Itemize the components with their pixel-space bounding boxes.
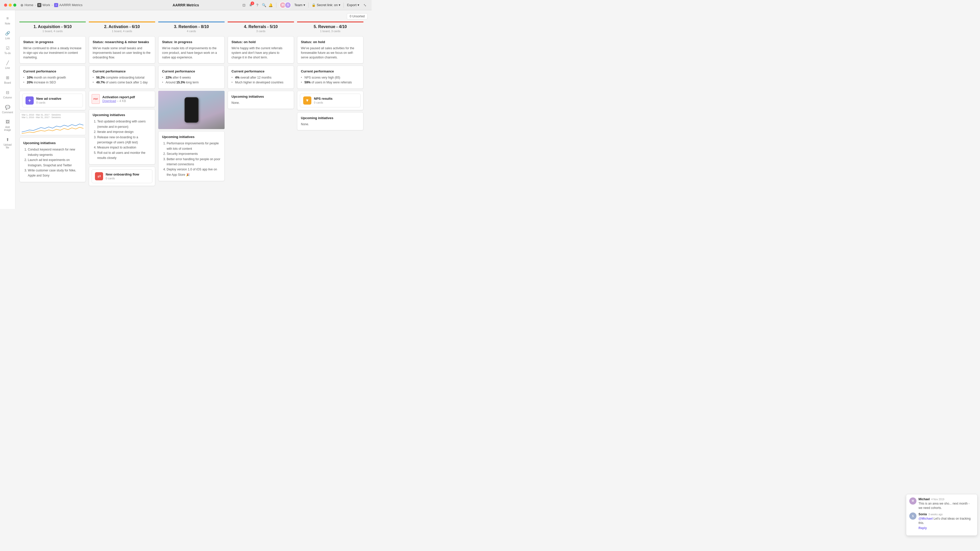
sidebar-item-line[interactable]: ╱ Line: [1, 58, 14, 71]
list-item: Measure impact to activation: [97, 145, 151, 150]
activation-onboarding-card[interactable]: ⇄ New onboarding flow 0 cards: [89, 167, 155, 186]
export-button[interactable]: Export ▾: [347, 3, 360, 7]
column-header-activation: 2. Activation - 6/10 1 board, 4 cards: [89, 21, 155, 34]
expand-icon[interactable]: ⤡: [363, 3, 368, 8]
team-button[interactable]: Team ▾: [294, 3, 305, 7]
referrals-performance-list: 4% overall after 12 months Much higher i…: [231, 75, 290, 85]
referrals-status: Status: on hold: [231, 40, 290, 44]
revenue-status-body: We've paused all sales activities for th…: [301, 46, 360, 60]
list-item: Around 15.3% long term: [162, 80, 221, 85]
activation-status: Status: researching & minor tweaks: [93, 40, 151, 44]
note-icon: ≡: [5, 15, 11, 21]
breadcrumb-work[interactable]: W Work: [37, 3, 50, 7]
acquisition-board-link-card[interactable]: + New ad creative 0 cards: [19, 91, 86, 110]
comment-icon: 💬: [5, 104, 11, 110]
list-item: Security improvements: [167, 151, 221, 156]
referrals-status-card: Status: on hold We're happy with the cur…: [228, 36, 294, 64]
sidebar-item-comment[interactable]: 💬 Comment: [1, 102, 14, 116]
activation-initiatives-card: Upcoming initiatives Test updated onboar…: [89, 109, 155, 164]
comment-label: Comment: [2, 111, 13, 114]
breadcrumb-home[interactable]: ⊗ Home: [21, 3, 33, 7]
revenue-performance-card: Current performance NPS scores very high…: [297, 65, 363, 89]
sidebar-item-add-image[interactable]: 🖼 Add image: [1, 117, 14, 133]
breadcrumb-page[interactable]: A AARRR Metrics: [54, 3, 83, 7]
revenue-status-card: Status: on hold We've paused all sales a…: [297, 36, 363, 64]
retention-initiatives-list: Performance improvements for people with…: [162, 141, 221, 177]
revenue-performance-list: NPS scores very high (65) 59% of users i…: [301, 75, 360, 85]
help-icon[interactable]: ?: [255, 3, 260, 8]
referrals-initiatives-card: Upcoming initiatives None.: [228, 91, 294, 109]
acquisition-status-body: We've continued to drive a steady increa…: [23, 46, 82, 60]
new-onboarding-title: New onboarding flow: [106, 172, 139, 176]
acquisition-chart: Mar 1, 2016 - Mar 31, 2017 · SessionsMar…: [19, 112, 86, 135]
revenue-initiatives-none: None.: [301, 122, 360, 127]
bell-icon[interactable]: 🔔: [268, 3, 273, 8]
activation-attachment: PDF Activation report.pdf Download – 4 K…: [89, 92, 155, 106]
link-icon: 🔗: [5, 30, 11, 36]
board-label: Board: [4, 81, 11, 84]
list-item: Conduct keyword research for new industr…: [28, 147, 82, 157]
breadcrumb-sep-2: ›: [52, 3, 52, 6]
revenue-performance-title: Current performance: [301, 69, 360, 73]
todo-icon: ☑: [5, 45, 11, 51]
close-button[interactable]: [4, 3, 7, 6]
new-ad-creative-link[interactable]: + New ad creative 0 cards: [22, 94, 83, 107]
minimize-button[interactable]: [9, 3, 12, 6]
referrals-initiatives-none: None.: [231, 100, 290, 105]
add-image-label: Add image: [3, 126, 13, 131]
pdf-icon: PDF: [92, 94, 100, 104]
retention-performance-card: Current performance 22% after 6 weeks Ar…: [158, 65, 224, 89]
list-item: Test updated onboarding with users (remo…: [97, 119, 151, 129]
new-onboarding-icon: ⇄: [95, 172, 103, 180]
acquisition-status-card: Status: in progress We've continued to d…: [19, 36, 86, 64]
divider-3: [344, 3, 344, 8]
breadcrumb-work-label: Work: [42, 3, 50, 7]
device-icon[interactable]: ⊡: [242, 3, 247, 8]
new-onboarding-info: New onboarding flow 0 cards: [106, 172, 139, 180]
chevron-down-icon-3: ▾: [358, 3, 360, 7]
list-item: Release new on-boarding to a percentage …: [97, 135, 151, 145]
secret-link-button[interactable]: 🔒 Secret link: on ▾: [312, 3, 340, 7]
referrals-performance-card: Current performance 4% overall after 12 …: [228, 65, 294, 89]
new-onboarding-link[interactable]: ⇄ New onboarding flow 0 cards: [92, 169, 152, 183]
activation-status-card: Status: researching & minor tweaks We've…: [89, 36, 155, 64]
list-item: Launch ad test experiments on Instagram,…: [28, 157, 82, 168]
revenue-initiatives-card: Upcoming initiatives None.: [297, 112, 363, 130]
revenue-initiatives-title: Upcoming initiatives: [301, 116, 360, 120]
sidebar-item-upload-file[interactable]: ⬆ Upload file: [1, 135, 14, 151]
sidebar-item-todo[interactable]: ☑ To-do: [1, 43, 14, 57]
list-item: NPS scores very high (65): [301, 75, 360, 80]
download-link[interactable]: Download: [102, 99, 116, 103]
nps-results-link[interactable]: ▼ NPS results 0 cards: [300, 94, 361, 107]
sidebar-item-column[interactable]: ⊟ Column: [1, 87, 14, 101]
new-ad-creative-subtitle: 0 cards: [36, 101, 45, 104]
acquisition-initiatives-list: Conduct keyword research for new industr…: [23, 147, 82, 178]
sidebar-item-board[interactable]: ⊞ Board: [1, 73, 14, 86]
search-icon[interactable]: 🔍: [261, 3, 266, 8]
list-item: 22% after 6 weeks: [162, 75, 221, 80]
referrals-status-body: We're happy with the current referrals s…: [231, 46, 290, 60]
app-layout: ≡ Note 🔗 Link ☑ To-do ╱ Line ⊞ Board ⊟ C…: [0, 10, 372, 209]
notification-badge-icon[interactable]: 🖥: [248, 3, 253, 8]
list-item: Much higher in developed countries: [231, 80, 290, 85]
unsorted-button[interactable]: 0 Unsorted: [347, 13, 368, 19]
column-sub-referrals: 3 cards: [228, 30, 294, 33]
list-item: 20% increase in SEO: [23, 80, 82, 85]
activation-performance-list: 56.2% complete onboarding tutorial 49.7%…: [93, 75, 151, 85]
list-item: Deploy version 1.0 of iOS app live on th…: [167, 167, 221, 177]
todo-label: To-do: [4, 52, 11, 55]
acquisition-performance-card: Current performance 10% month on month g…: [19, 65, 86, 89]
column-activation: 2. Activation - 6/10 1 board, 4 cards St…: [89, 21, 155, 188]
fullscreen-button[interactable]: [13, 3, 16, 6]
sidebar-item-note[interactable]: ≡ Note: [1, 13, 14, 27]
revenue-nps-card[interactable]: ▼ NPS results 0 cards: [297, 91, 363, 110]
referrals-initiatives-title: Upcoming initiatives: [231, 95, 290, 98]
column-title-retention: 3. Retention - 8/10: [158, 24, 224, 29]
export-label: Export: [347, 3, 356, 7]
activation-initiatives-list: Test updated onboarding with users (remo…: [93, 119, 151, 160]
sidebar-item-link[interactable]: 🔗 Link: [1, 28, 14, 42]
acquisition-status: Status: in progress: [23, 40, 82, 44]
breadcrumb-home-label: Home: [24, 3, 33, 7]
secret-link-label: Secret link: on: [317, 3, 338, 7]
divider-2: [308, 3, 309, 8]
